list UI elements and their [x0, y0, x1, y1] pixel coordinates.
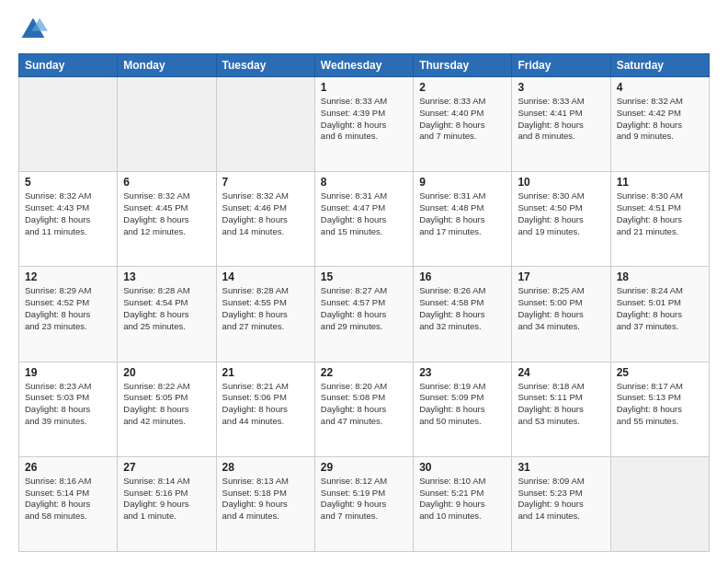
calendar-cell: 3Sunrise: 8:33 AM Sunset: 4:41 PM Daylig…: [512, 77, 610, 172]
calendar-cell: 17Sunrise: 8:25 AM Sunset: 5:00 PM Dayli…: [512, 267, 610, 362]
day-detail: Sunrise: 8:24 AM Sunset: 5:01 PM Dayligh…: [617, 285, 703, 332]
calendar-table: SundayMondayTuesdayWednesdayThursdayFrid…: [18, 53, 710, 552]
calendar-cell: 5Sunrise: 8:32 AM Sunset: 4:43 PM Daylig…: [19, 172, 118, 267]
calendar-body: 1Sunrise: 8:33 AM Sunset: 4:39 PM Daylig…: [19, 77, 710, 552]
days-of-week-row: SundayMondayTuesdayWednesdayThursdayFrid…: [19, 54, 710, 77]
calendar-cell: 21Sunrise: 8:21 AM Sunset: 5:06 PM Dayli…: [216, 362, 314, 456]
calendar-cell: 7Sunrise: 8:32 AM Sunset: 4:46 PM Daylig…: [216, 172, 314, 267]
calendar-cell: 22Sunrise: 8:20 AM Sunset: 5:08 PM Dayli…: [314, 362, 413, 456]
day-number: 17: [518, 270, 604, 283]
day-detail: Sunrise: 8:22 AM Sunset: 5:05 PM Dayligh…: [123, 381, 210, 428]
day-detail: Sunrise: 8:33 AM Sunset: 4:40 PM Dayligh…: [419, 96, 506, 143]
page: SundayMondayTuesdayWednesdayThursdayFrid…: [0, 0, 728, 563]
week-row-2: 5Sunrise: 8:32 AM Sunset: 4:43 PM Daylig…: [19, 172, 710, 267]
calendar-cell: 29Sunrise: 8:12 AM Sunset: 5:19 PM Dayli…: [314, 456, 413, 551]
day-detail: Sunrise: 8:16 AM Sunset: 5:14 PM Dayligh…: [25, 476, 111, 523]
calendar-cell: [118, 77, 216, 172]
day-detail: Sunrise: 8:30 AM Sunset: 4:50 PM Dayligh…: [518, 190, 604, 237]
day-detail: Sunrise: 8:27 AM Sunset: 4:57 PM Dayligh…: [321, 285, 407, 332]
day-detail: Sunrise: 8:29 AM Sunset: 4:52 PM Dayligh…: [25, 285, 111, 332]
day-number: 3: [518, 81, 604, 94]
week-row-3: 12Sunrise: 8:29 AM Sunset: 4:52 PM Dayli…: [19, 267, 710, 362]
day-number: 1: [321, 81, 407, 94]
day-number: 27: [123, 461, 210, 474]
day-number: 31: [518, 461, 604, 474]
calendar-cell: 15Sunrise: 8:27 AM Sunset: 4:57 PM Dayli…: [314, 267, 413, 362]
day-detail: Sunrise: 8:30 AM Sunset: 4:51 PM Dayligh…: [617, 190, 703, 237]
day-header-friday: Friday: [512, 54, 610, 77]
day-detail: Sunrise: 8:10 AM Sunset: 5:21 PM Dayligh…: [419, 476, 506, 523]
day-detail: Sunrise: 8:09 AM Sunset: 5:23 PM Dayligh…: [518, 476, 604, 523]
calendar-cell: 23Sunrise: 8:19 AM Sunset: 5:09 PM Dayli…: [414, 362, 512, 456]
day-number: 11: [617, 176, 703, 189]
day-detail: Sunrise: 8:33 AM Sunset: 4:39 PM Dayligh…: [321, 96, 407, 143]
day-detail: Sunrise: 8:31 AM Sunset: 4:47 PM Dayligh…: [321, 190, 407, 237]
calendar-cell: [216, 77, 314, 172]
calendar-cell: 2Sunrise: 8:33 AM Sunset: 4:40 PM Daylig…: [414, 77, 512, 172]
day-header-thursday: Thursday: [414, 54, 512, 77]
calendar-cell: 6Sunrise: 8:32 AM Sunset: 4:45 PM Daylig…: [118, 172, 216, 267]
day-detail: Sunrise: 8:21 AM Sunset: 5:06 PM Dayligh…: [222, 381, 309, 428]
week-row-4: 19Sunrise: 8:23 AM Sunset: 5:03 PM Dayli…: [19, 362, 710, 456]
day-number: 2: [419, 81, 506, 94]
day-number: 25: [617, 366, 703, 379]
day-number: 21: [222, 366, 309, 379]
calendar-cell: 16Sunrise: 8:26 AM Sunset: 4:58 PM Dayli…: [414, 267, 512, 362]
calendar-cell: 11Sunrise: 8:30 AM Sunset: 4:51 PM Dayli…: [610, 172, 709, 267]
calendar-cell: 1Sunrise: 8:33 AM Sunset: 4:39 PM Daylig…: [314, 77, 413, 172]
day-detail: Sunrise: 8:23 AM Sunset: 5:03 PM Dayligh…: [25, 381, 111, 428]
day-number: 20: [123, 366, 210, 379]
day-detail: Sunrise: 8:32 AM Sunset: 4:43 PM Dayligh…: [25, 190, 111, 237]
day-detail: Sunrise: 8:20 AM Sunset: 5:08 PM Dayligh…: [321, 381, 407, 428]
calendar-cell: 8Sunrise: 8:31 AM Sunset: 4:47 PM Daylig…: [314, 172, 413, 267]
day-number: 14: [222, 270, 309, 283]
day-detail: Sunrise: 8:32 AM Sunset: 4:42 PM Dayligh…: [617, 96, 703, 143]
day-header-tuesday: Tuesday: [216, 54, 314, 77]
calendar-cell: 13Sunrise: 8:28 AM Sunset: 4:54 PM Dayli…: [118, 267, 216, 362]
day-number: 24: [518, 366, 604, 379]
calendar-cell: 20Sunrise: 8:22 AM Sunset: 5:05 PM Dayli…: [118, 362, 216, 456]
day-header-wednesday: Wednesday: [314, 54, 413, 77]
day-number: 30: [419, 461, 506, 474]
day-detail: Sunrise: 8:12 AM Sunset: 5:19 PM Dayligh…: [321, 476, 407, 523]
calendar-header: SundayMondayTuesdayWednesdayThursdayFrid…: [19, 54, 710, 77]
day-detail: Sunrise: 8:32 AM Sunset: 4:46 PM Dayligh…: [222, 190, 309, 237]
calendar-cell: [19, 77, 118, 172]
calendar-cell: 24Sunrise: 8:18 AM Sunset: 5:11 PM Dayli…: [512, 362, 610, 456]
day-number: 29: [321, 461, 407, 474]
calendar-cell: [610, 456, 709, 551]
day-number: 18: [617, 270, 703, 283]
day-detail: Sunrise: 8:18 AM Sunset: 5:11 PM Dayligh…: [518, 381, 604, 428]
logo: [18, 15, 51, 44]
day-number: 10: [518, 176, 604, 189]
calendar-cell: 14Sunrise: 8:28 AM Sunset: 4:55 PM Dayli…: [216, 267, 314, 362]
day-detail: Sunrise: 8:19 AM Sunset: 5:09 PM Dayligh…: [419, 381, 506, 428]
day-number: 26: [25, 461, 111, 474]
calendar-cell: 27Sunrise: 8:14 AM Sunset: 5:16 PM Dayli…: [118, 456, 216, 551]
day-header-sunday: Sunday: [19, 54, 118, 77]
day-detail: Sunrise: 8:33 AM Sunset: 4:41 PM Dayligh…: [518, 96, 604, 143]
day-header-saturday: Saturday: [610, 54, 709, 77]
calendar-cell: 9Sunrise: 8:31 AM Sunset: 4:48 PM Daylig…: [414, 172, 512, 267]
day-number: 19: [25, 366, 111, 379]
day-number: 28: [222, 461, 309, 474]
day-detail: Sunrise: 8:25 AM Sunset: 5:00 PM Dayligh…: [518, 285, 604, 332]
day-detail: Sunrise: 8:32 AM Sunset: 4:45 PM Dayligh…: [123, 190, 210, 237]
day-number: 8: [321, 176, 407, 189]
day-detail: Sunrise: 8:28 AM Sunset: 4:55 PM Dayligh…: [222, 285, 309, 332]
calendar-cell: 26Sunrise: 8:16 AM Sunset: 5:14 PM Dayli…: [19, 456, 118, 551]
day-detail: Sunrise: 8:13 AM Sunset: 5:18 PM Dayligh…: [222, 476, 309, 523]
day-number: 6: [123, 176, 210, 189]
day-number: 9: [419, 176, 506, 189]
day-header-monday: Monday: [118, 54, 216, 77]
day-detail: Sunrise: 8:26 AM Sunset: 4:58 PM Dayligh…: [419, 285, 506, 332]
week-row-1: 1Sunrise: 8:33 AM Sunset: 4:39 PM Daylig…: [19, 77, 710, 172]
calendar-cell: 25Sunrise: 8:17 AM Sunset: 5:13 PM Dayli…: [610, 362, 709, 456]
day-detail: Sunrise: 8:31 AM Sunset: 4:48 PM Dayligh…: [419, 190, 506, 237]
calendar-cell: 18Sunrise: 8:24 AM Sunset: 5:01 PM Dayli…: [610, 267, 709, 362]
day-number: 15: [321, 270, 407, 283]
day-number: 22: [321, 366, 407, 379]
day-number: 16: [419, 270, 506, 283]
day-detail: Sunrise: 8:14 AM Sunset: 5:16 PM Dayligh…: [123, 476, 210, 523]
calendar-cell: 10Sunrise: 8:30 AM Sunset: 4:50 PM Dayli…: [512, 172, 610, 267]
